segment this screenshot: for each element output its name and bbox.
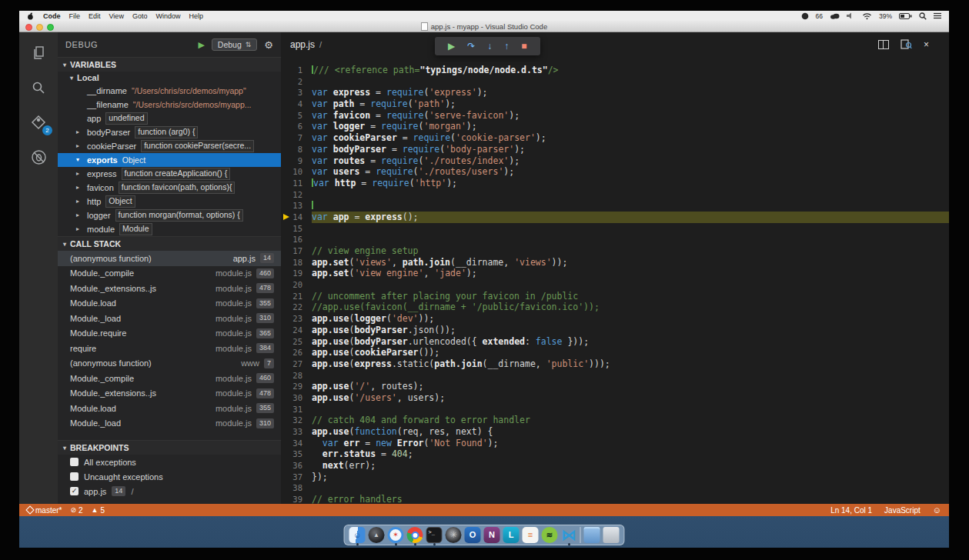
code-line[interactable]: 9var routes = require('./routes/index');: [281, 155, 949, 167]
line-number[interactable]: 4: [281, 98, 312, 110]
line-number[interactable]: 25: [281, 336, 312, 348]
callstack-frame[interactable]: Module._extensions..jsmodule.js478: [58, 386, 281, 402]
line-number[interactable]: 20: [281, 279, 312, 291]
line-number[interactable]: 5: [281, 110, 312, 122]
callstack-frame[interactable]: Module._compilemodule.js460: [58, 371, 281, 386]
menu-code[interactable]: Code: [43, 12, 61, 20]
dock-launchpad-icon[interactable]: ▲: [369, 527, 385, 543]
git-icon[interactable]: 2: [28, 112, 48, 132]
code-line[interactable]: 19app.set('view engine', 'jade');: [281, 268, 949, 279]
callstack-section-header[interactable]: ▾CALL STACK: [58, 236, 281, 251]
code-line[interactable]: 30app.use('/users', users);: [281, 392, 949, 404]
dock-folder-icon[interactable]: [584, 527, 600, 543]
variable-row[interactable]: appundefined: [58, 112, 281, 125]
apple-icon[interactable]: [27, 12, 34, 20]
dock-onenote-icon[interactable]: N: [484, 527, 500, 543]
debug-stop-button[interactable]: ■: [521, 42, 526, 51]
code-line[interactable]: 12: [281, 189, 949, 201]
code-line[interactable]: 20: [281, 279, 949, 291]
debug-config-dropdown[interactable]: Debug ⇅: [212, 38, 258, 51]
battery-icon[interactable]: [899, 13, 912, 19]
code-line[interactable]: 29app.use('/', routes);: [281, 381, 949, 392]
variable-row[interactable]: ▸expressfunction createApplication() {: [58, 167, 281, 181]
scope-local[interactable]: ▾Local: [58, 72, 281, 84]
line-number[interactable]: 39: [281, 494, 312, 504]
code-line[interactable]: 36 next(err);: [281, 460, 949, 472]
line-number[interactable]: 10: [281, 166, 312, 178]
configure-gear-icon[interactable]: ⚙: [264, 40, 273, 50]
menu-edit[interactable]: Edit: [89, 12, 101, 20]
dock-camera-wheel-icon[interactable]: ✳: [446, 527, 462, 543]
assistant-icon[interactable]: [801, 12, 809, 20]
dock-finder-icon[interactable]: ☺: [349, 527, 366, 543]
dock-visual-studio-icon[interactable]: ⋈: [561, 527, 577, 543]
code-line[interactable]: 24app.use(bodyParser.json());: [281, 325, 949, 336]
menu-file[interactable]: File: [69, 12, 81, 20]
callstack-frame[interactable]: Module.loadmodule.js355: [58, 296, 281, 312]
line-number[interactable]: 23: [281, 313, 312, 325]
code-line[interactable]: 33app.use(function(req, res, next) {: [281, 426, 949, 438]
cloud-icon[interactable]: [830, 12, 840, 19]
code-line[interactable]: 38: [281, 482, 949, 494]
code-line[interactable]: 25app.use(bodyParser.urlencoded({ extend…: [281, 336, 949, 348]
line-number[interactable]: 22: [281, 302, 312, 313]
code-line[interactable]: 37});: [281, 472, 949, 483]
line-number[interactable]: 34: [281, 438, 312, 449]
breakpoint-checkbox[interactable]: [70, 458, 79, 466]
breakpoint-row[interactable]: All exceptions: [58, 455, 281, 469]
menu-view[interactable]: View: [109, 12, 124, 20]
variable-row[interactable]: ▸httpObject: [58, 195, 281, 208]
warning-indicator[interactable]: ▲ 5: [92, 506, 105, 515]
callstack-frame[interactable]: Module._loadmodule.js310: [58, 311, 281, 326]
line-number[interactable]: 19: [281, 268, 312, 279]
debug-step-over-button[interactable]: ↷: [467, 42, 475, 51]
code-line[interactable]: 7var cookieParser = require('cookie-pars…: [281, 132, 949, 144]
time-indicator-icon[interactable]: 66: [816, 12, 823, 20]
line-number[interactable]: 30: [281, 392, 312, 404]
volume-icon[interactable]: [847, 12, 855, 19]
code-line[interactable]: 14var app = express();: [281, 212, 949, 223]
variable-row[interactable]: ▸bodyParserfunction (arg0) {: [58, 125, 281, 139]
code-line[interactable]: 3var express = require('express');: [281, 87, 949, 98]
code-line[interactable]: 22//app.use(favicon(__dirname + '/public…: [281, 302, 949, 313]
start-debug-button[interactable]: ▶: [198, 40, 204, 50]
callstack-frame[interactable]: requiremodule.js384: [58, 341, 281, 356]
line-number[interactable]: 37: [281, 472, 312, 483]
dock-outlook-icon[interactable]: O: [465, 527, 481, 543]
cursor-position[interactable]: Ln 14, Col 1: [830, 506, 872, 515]
line-number[interactable]: 17: [281, 245, 312, 257]
line-number[interactable]: 16: [281, 234, 312, 245]
line-number[interactable]: 27: [281, 358, 312, 370]
code-line[interactable]: 17// view engine setup: [281, 245, 949, 257]
dock-terminal-icon[interactable]: >_: [426, 527, 443, 543]
line-number[interactable]: 15: [281, 223, 312, 235]
code-line[interactable]: 13: [281, 200, 949, 212]
error-indicator[interactable]: ⊘ 2: [70, 506, 82, 515]
dock-lync-icon[interactable]: L: [503, 527, 520, 543]
code-line[interactable]: 23app.use(logger('dev'));: [281, 313, 949, 325]
debug-step-out-button[interactable]: ↑: [504, 42, 509, 51]
line-number[interactable]: 11: [281, 178, 312, 189]
variable-row[interactable]: ▸loggerfunction morgan(format, options) …: [58, 208, 281, 222]
code-line[interactable]: 27app.use(express.static(path.join(__dir…: [281, 358, 949, 370]
variable-row[interactable]: __filename"/Users/chris/src/demos/myapp.…: [58, 98, 281, 112]
feedback-smiley-icon[interactable]: ☺: [933, 505, 941, 515]
line-number[interactable]: 7: [281, 132, 312, 144]
dock-chrome-icon[interactable]: [407, 527, 423, 543]
minimize-window-button[interactable]: [36, 24, 43, 31]
line-number[interactable]: 29: [281, 381, 312, 392]
code-line[interactable]: 31: [281, 404, 949, 415]
breakpoint-row[interactable]: Uncaught exceptions: [58, 469, 281, 484]
code-line[interactable]: 4var path = require('path');: [281, 98, 949, 110]
code-line[interactable]: 32// catch 404 and forward to error hand…: [281, 415, 949, 426]
code-line[interactable]: 15: [281, 223, 949, 235]
callstack-frame[interactable]: Module.requiremodule.js365: [58, 326, 281, 342]
code-line[interactable]: 2: [281, 76, 949, 88]
variable-row[interactable]: ▸moduleModule: [58, 222, 281, 236]
split-editor-icon[interactable]: [878, 40, 889, 49]
language-mode[interactable]: JavaScript: [884, 506, 921, 515]
breakpoint-row[interactable]: ✓app.js14/: [58, 484, 281, 498]
line-number[interactable]: 1: [281, 65, 312, 76]
line-number[interactable]: 32: [281, 415, 312, 426]
code-line[interactable]: 11var http = require('http');: [281, 178, 949, 189]
